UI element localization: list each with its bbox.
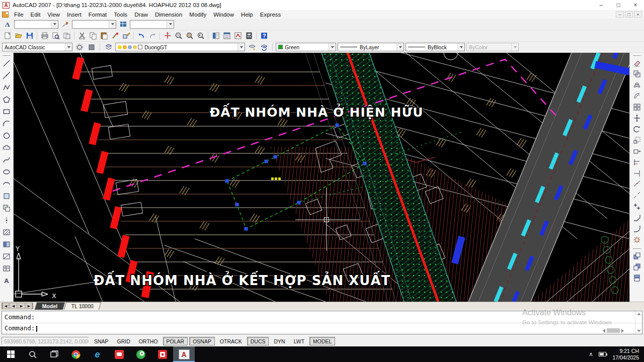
plot-icon[interactable] — [39, 31, 50, 41]
workspace-combo[interactable]: AutoCAD Classic — [2, 43, 72, 51]
tab-layout-tl10000[interactable]: TL 10000 — [64, 302, 101, 310]
layer-thaw-icon[interactable] — [123, 45, 127, 49]
insert-block-tool-icon[interactable] — [1, 190, 12, 202]
ellipse-arc-tool-icon[interactable] — [1, 178, 12, 190]
help-icon[interactable]: ? — [259, 31, 269, 41]
menu-window[interactable]: Window — [210, 12, 237, 18]
tool-palettes-icon[interactable] — [221, 31, 232, 41]
text-style-icon[interactable]: A — [2, 19, 13, 29]
scroll-right-icon[interactable] — [621, 329, 624, 333]
autocad-taskbar-button[interactable]: A — [173, 346, 195, 362]
publish-icon[interactable] — [61, 31, 72, 41]
gradient-tool-icon[interactable] — [1, 238, 12, 250]
move-tool-icon[interactable] — [631, 113, 642, 124]
layer-combo[interactable]: DuongGT — [115, 43, 245, 51]
explode-tool-icon[interactable] — [631, 234, 642, 245]
toolbar-grip[interactable] — [633, 54, 641, 56]
start-button[interactable] — [0, 346, 22, 362]
block-editor-icon[interactable] — [121, 31, 131, 41]
tray-chevron-icon[interactable]: ∧ — [589, 351, 593, 357]
array-tool-icon[interactable] — [631, 102, 642, 113]
text-style-combo[interactable] — [14, 20, 58, 29]
scroll-left-icon[interactable] — [603, 329, 605, 333]
toggle-lwt[interactable]: LWT — [290, 337, 308, 345]
maximize-button[interactable]: □ — [610, 0, 627, 10]
menu-file[interactable]: File — [11, 12, 27, 18]
layer-previous-icon[interactable] — [259, 42, 269, 52]
search-button[interactable] — [22, 346, 43, 362]
workspace-save-icon[interactable] — [86, 42, 97, 52]
toggle-otrack[interactable]: OTRACK — [216, 337, 246, 345]
tab-last-button[interactable]: ▶ — [26, 303, 33, 309]
table-style-icon[interactable] — [118, 19, 128, 29]
scroll-down-icon[interactable] — [637, 330, 641, 332]
menu-modify[interactable]: Modify — [186, 12, 210, 18]
toggle-snap[interactable]: SNAP — [91, 337, 112, 345]
layer-plot-icon[interactable] — [133, 45, 137, 49]
mtext-tool-icon[interactable]: A — [1, 275, 12, 287]
toolbar-grip[interactable] — [633, 247, 641, 249]
menu-format[interactable]: Format — [85, 12, 110, 18]
menu-draw[interactable]: Draw — [131, 12, 151, 18]
doc-minimize-button[interactable]: – — [616, 11, 624, 18]
revision-cloud-tool-icon[interactable] — [1, 142, 12, 154]
close-button[interactable]: × — [627, 0, 644, 10]
ellipse-tool-icon[interactable] — [1, 166, 12, 178]
taskbar-clock[interactable]: 9:21 CH 17/04/2025 — [612, 348, 639, 361]
zoom-realtime-icon[interactable] — [173, 31, 184, 41]
trim-tool-icon[interactable] — [631, 157, 642, 168]
lineweight-combo[interactable]: ByBlock — [406, 43, 465, 51]
menu-insert[interactable]: Insert — [63, 12, 85, 18]
layer-properties-icon[interactable] — [103, 42, 114, 52]
drawing-canvas[interactable]: Y X ĐẤT NHÓM NHÀ Ở HIỆN HỮU ĐẤT NHÓM NHÀ… — [14, 53, 629, 302]
workspace-settings-icon[interactable] — [74, 42, 85, 52]
draworder-above-icon[interactable] — [631, 273, 642, 284]
polyline-tool-icon[interactable] — [1, 81, 12, 94]
menu-express[interactable]: Express — [257, 12, 285, 18]
layer-on-icon[interactable] — [118, 45, 122, 49]
offset-tool-icon[interactable] — [631, 90, 642, 102]
battery-icon[interactable] — [599, 352, 606, 356]
minimize-button[interactable]: – — [593, 0, 610, 10]
draworder-back-icon[interactable] — [631, 261, 642, 273]
linetype-combo[interactable]: ByLayer — [338, 43, 404, 51]
undo-icon[interactable] — [136, 31, 146, 41]
layer-lock-icon[interactable] — [128, 45, 132, 49]
line-tool-icon[interactable] — [1, 57, 12, 69]
draworder-front-icon[interactable] — [631, 250, 642, 261]
video-app-button[interactable] — [151, 346, 173, 362]
circle-tool-icon[interactable] — [1, 130, 12, 142]
command-input-line[interactable]: Command: — [2, 323, 642, 333]
mirror-tool-icon[interactable] — [631, 79, 642, 90]
plot-preview-icon[interactable] — [50, 31, 61, 41]
arc-tool-icon[interactable] — [1, 118, 12, 130]
sheet-set-manager-icon[interactable] — [210, 31, 221, 41]
doc-close-button[interactable]: × — [634, 11, 642, 18]
break-at-point-tool-icon[interactable] — [631, 179, 642, 190]
scale-tool-icon[interactable] — [631, 135, 642, 146]
redo-icon[interactable] — [147, 31, 157, 41]
open-icon[interactable] — [13, 31, 24, 41]
make-block-tool-icon[interactable] — [1, 202, 12, 214]
join-tool-icon[interactable] — [631, 201, 642, 212]
tab-model[interactable]: Model — [35, 302, 65, 310]
stretch-tool-icon[interactable] — [631, 146, 642, 157]
construction-line-tool-icon[interactable] — [1, 69, 12, 81]
table-style-combo[interactable] — [130, 20, 174, 29]
menu-edit[interactable]: Edit — [27, 12, 44, 18]
point-tool-icon[interactable] — [1, 214, 12, 226]
chrome-button[interactable] — [65, 346, 87, 362]
polygon-tool-icon[interactable] — [1, 94, 12, 106]
dim-style-combo[interactable] — [72, 20, 116, 29]
toggle-ducs[interactable]: DUCS — [247, 337, 269, 345]
zoom-previous-icon[interactable] — [195, 31, 206, 41]
new-icon[interactable] — [2, 31, 13, 41]
dim-style-icon[interactable] — [60, 19, 70, 29]
markup-set-manager-icon[interactable] — [232, 31, 243, 41]
quickcalc-icon[interactable] — [244, 31, 254, 41]
command-scrollbar[interactable] — [635, 311, 642, 334]
menu-tools[interactable]: Tools — [110, 12, 131, 18]
chamfer-tool-icon[interactable] — [631, 212, 642, 223]
toggle-model[interactable]: MODEL — [309, 337, 335, 345]
internet-explorer-button[interactable]: e — [87, 346, 108, 362]
